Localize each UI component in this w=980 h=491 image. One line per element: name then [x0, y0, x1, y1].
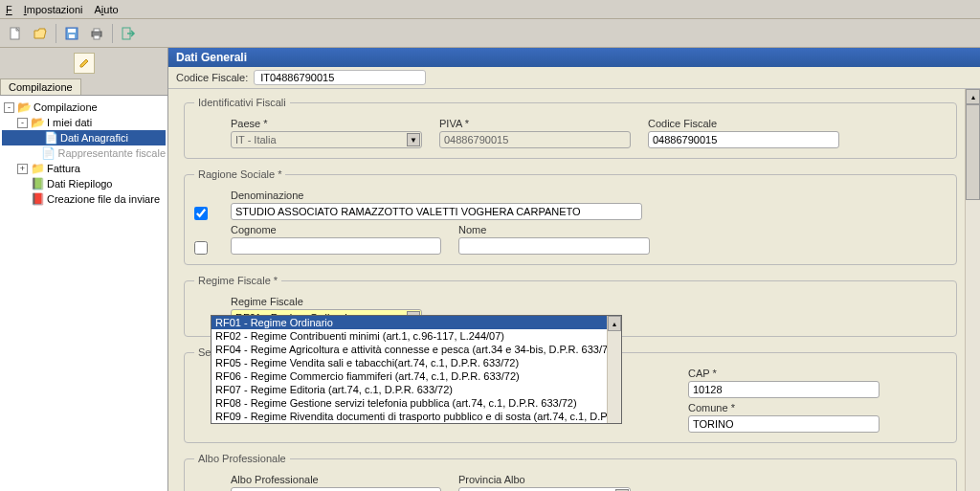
legend-regime: Regime Fiscale * [194, 275, 281, 286]
tree-item-label: Rappresentante fiscale [57, 147, 166, 159]
folder-open-icon [33, 26, 48, 41]
tree-item-label: Dati Riepilogo [47, 178, 112, 190]
cap-field[interactable]: 10128 [688, 381, 880, 398]
doc-icon [41, 146, 56, 160]
doc-icon [43, 131, 58, 145]
regime-option[interactable]: RF05 - Regime Vendita sali e tabacchi(ar… [212, 356, 621, 369]
exit-icon [121, 26, 136, 41]
paese-label: Paese * [231, 118, 422, 129]
svg-rect-2 [68, 29, 76, 33]
print-button[interactable] [85, 22, 108, 45]
tree-item-creazione-file-da-inviare[interactable]: Creazione file da inviare [2, 191, 166, 207]
folder-open-icon [16, 100, 32, 114]
svg-rect-6 [94, 35, 100, 39]
dropdown-scrollbar[interactable]: ▴ [607, 316, 621, 423]
toolbar-separator [56, 24, 56, 43]
tree-item-label: Compilazione [33, 101, 98, 113]
tree-toggle[interactable]: - [17, 118, 28, 128]
tree-item-label: I miei dati [47, 117, 92, 128]
regime-dropdown[interactable]: RF01 - Regime OrdinarioRF02 - Regime Con… [211, 315, 622, 424]
doc-red-icon [30, 192, 45, 206]
regime-option[interactable]: RF07 - Regime Editoria (art.74, c.1, D.P… [212, 383, 621, 396]
fieldset-ragione: Ragione Sociale * Denominazione STUDIO A… [184, 168, 957, 265]
toolbar [0, 19, 980, 48]
denom-field[interactable]: STUDIO ASSOCIATO RAMAZZOTTO VALETTI VOGH… [231, 203, 642, 220]
tree-item-i-miei-dati[interactable]: -I miei dati [2, 115, 166, 130]
regime-option[interactable]: RF08 - Regime Gestione servizi telefonia… [212, 396, 621, 410]
form-title: Dati Generali [168, 48, 980, 67]
cognome-field[interactable] [231, 237, 441, 255]
save-button[interactable] [60, 22, 83, 45]
provincia-select[interactable] [458, 487, 631, 491]
form-pane: Dati Generali Codice Fiscale: IT04886790… [168, 48, 980, 491]
cf-field[interactable]: 04886790015 [648, 131, 839, 148]
cap-label: CAP * [688, 368, 880, 379]
tree-item-rappresentante-fiscale[interactable]: Rappresentante fiscale [2, 145, 166, 161]
cognome-checkbox[interactable] [194, 241, 208, 255]
form-body: Identificativi Fiscali Paese * IT - Ital… [168, 89, 980, 491]
regime-label: Regime Fiscale [231, 296, 422, 307]
tree-item-label: Creazione file da inviare [47, 193, 160, 205]
provincia-label: Provincia Albo [458, 474, 631, 485]
save-icon [64, 26, 79, 41]
sidebar-header [0, 48, 167, 78]
nome-field[interactable] [458, 237, 650, 255]
sidebar: Compilazione -Compilazione-I miei datiDa… [0, 48, 168, 491]
toolbar-separator [112, 24, 113, 43]
albo-field[interactable] [231, 487, 441, 491]
page-icon [8, 26, 23, 41]
piva-label: PIVA * [439, 118, 631, 129]
folder-icon [30, 162, 45, 175]
menubar: F Impostazioni Aiuto [0, 0, 980, 19]
folder-open-icon [30, 116, 45, 129]
scroll-up-icon[interactable]: ▴ [608, 316, 621, 331]
tree-item-label: Fattura [47, 163, 80, 174]
chevron-down-icon[interactable]: ▼ [407, 133, 420, 146]
menu-file[interactable]: F [6, 4, 12, 15]
legend-fiscali: Identificativi Fiscali [194, 97, 290, 108]
form-scrollbar[interactable]: ▴ [965, 89, 980, 491]
open-file-button[interactable] [29, 22, 52, 45]
subbar-value: IT04886790015 [254, 70, 426, 85]
doc-green-icon [30, 177, 45, 190]
cognome-label: Cognome [231, 224, 441, 235]
svg-rect-3 [69, 34, 75, 38]
sidebar-tabbar: Compilazione [0, 78, 167, 96]
fieldset-albo: Albo Professionale Albo Professionale Pr… [184, 453, 957, 491]
subbar-label: Codice Fiscale: [176, 72, 248, 83]
tree-item-dati-riepilogo[interactable]: Dati Riepilogo [2, 176, 166, 191]
print-icon [89, 26, 104, 41]
sidebar-tab-compilazione[interactable]: Compilazione [0, 78, 81, 95]
comune-field[interactable]: TORINO [688, 415, 880, 433]
tree-toggle[interactable]: + [17, 164, 28, 174]
exit-button[interactable] [117, 22, 140, 45]
nome-label: Nome [458, 224, 650, 235]
edit-icon[interactable] [74, 53, 95, 74]
regime-option[interactable]: RF04 - Regime Agricoltura e attività con… [212, 343, 621, 356]
comune-label: Comune * [688, 402, 880, 413]
regime-option[interactable]: RF06 - Regime Commercio fiammiferi (art.… [212, 369, 621, 383]
tree-item-label: Dati Anagrafici [60, 132, 128, 144]
scroll-thumb[interactable] [966, 104, 980, 200]
cf-label: Codice Fiscale [648, 118, 839, 129]
legend-ragione: Ragione Sociale * [194, 168, 285, 180]
tree-item-compilazione[interactable]: -Compilazione [2, 100, 166, 115]
denom-checkbox[interactable] [194, 207, 208, 220]
piva-field: 04886790015 [439, 131, 631, 148]
menu-help[interactable]: Aiuto [95, 4, 119, 15]
legend-albo: Albo Professionale [194, 453, 290, 464]
svg-rect-5 [94, 29, 100, 32]
regime-option[interactable]: RF02 - Regime Contribuenti minimi (art.1… [212, 329, 621, 343]
regime-option[interactable]: RF01 - Regime Ordinario [212, 316, 621, 329]
paese-select[interactable]: IT - Italia [231, 131, 422, 148]
tree: -Compilazione-I miei datiDati Anagrafici… [0, 96, 167, 491]
tree-item-fattura[interactable]: +Fattura [2, 161, 166, 176]
scroll-up-icon[interactable]: ▴ [966, 89, 980, 104]
tree-item-dati-anagrafici[interactable]: Dati Anagrafici [2, 130, 166, 145]
menu-settings[interactable]: Impostazioni [24, 4, 83, 15]
regime-option[interactable]: RF09 - Regime Rivendita documenti di tra… [212, 410, 621, 423]
tree-toggle[interactable]: - [4, 102, 14, 113]
albo-label: Albo Professionale [231, 474, 441, 485]
form-subbar: Codice Fiscale: IT04886790015 [168, 67, 980, 89]
new-file-button[interactable] [4, 22, 27, 45]
